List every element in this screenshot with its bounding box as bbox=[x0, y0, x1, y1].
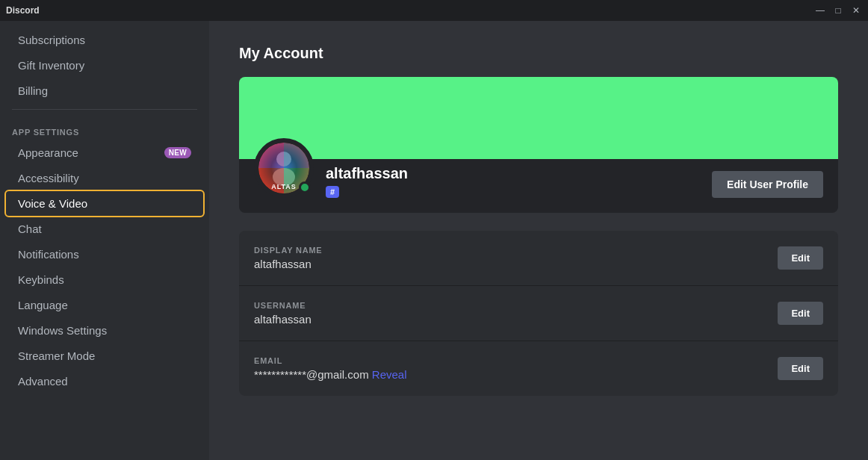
sidebar-item-label: Notifications bbox=[18, 248, 79, 261]
sidebar-item-label: Subscriptions bbox=[18, 34, 85, 46]
profile-details: altafhassan # bbox=[326, 165, 712, 198]
field-username-content: USERNAME altafhassan bbox=[254, 301, 311, 326]
sidebar-item-accessibility[interactable]: Accessibility bbox=[6, 166, 203, 190]
profile-card: ALTAS altafhassan # Edit User Profile bbox=[239, 77, 838, 213]
sidebar-item-label: Billing bbox=[18, 84, 48, 97]
sidebar-item-streamer-mode[interactable]: Streamer Mode bbox=[6, 344, 203, 368]
edit-profile-button[interactable]: Edit User Profile bbox=[712, 171, 823, 198]
field-label-username: USERNAME bbox=[254, 301, 311, 310]
minimize-button[interactable]: — bbox=[814, 4, 826, 16]
online-dot bbox=[299, 181, 311, 193]
sidebar-item-label: Chat bbox=[18, 223, 42, 235]
sidebar-item-label: Windows Settings bbox=[18, 324, 107, 337]
profile-banner bbox=[239, 77, 838, 159]
sidebar-item-label: Gift Inventory bbox=[18, 59, 84, 72]
field-row-username: USERNAME altafhassan Edit bbox=[239, 286, 838, 341]
window-controls: — □ ✕ bbox=[814, 4, 862, 16]
sidebar-item-label: Accessibility bbox=[18, 172, 79, 184]
app-layout: Subscriptions Gift Inventory Billing APP… bbox=[0, 21, 868, 460]
sidebar-item-language[interactable]: Language bbox=[6, 293, 203, 317]
app-title: Discord bbox=[6, 5, 40, 16]
sidebar-item-advanced[interactable]: Advanced bbox=[6, 369, 203, 394]
edit-display-name-button[interactable]: Edit bbox=[778, 246, 823, 270]
fields-section: DISPLAY NAME altafhassan Edit USERNAME a… bbox=[239, 231, 838, 396]
avatar-wrapper: ALTAS bbox=[254, 138, 314, 198]
edit-username-button[interactable]: Edit bbox=[778, 302, 823, 325]
sidebar-item-gift-inventory[interactable]: Gift Inventory bbox=[6, 53, 203, 78]
edit-email-button[interactable]: Edit bbox=[778, 357, 823, 380]
sidebar-item-label: Appearance bbox=[18, 146, 78, 159]
titlebar: Discord — □ ✕ bbox=[0, 0, 868, 21]
field-row-email: EMAIL ************@gmail.com Reveal Edit bbox=[239, 341, 838, 396]
field-value-username: altafhassan bbox=[254, 313, 311, 326]
sidebar-item-keybinds[interactable]: Keybinds bbox=[6, 267, 203, 292]
field-email-content: EMAIL ************@gmail.com Reveal bbox=[254, 356, 407, 381]
field-display-name-content: DISPLAY NAME altafhassan bbox=[254, 246, 323, 270]
page-title: My Account bbox=[239, 45, 838, 62]
sidebar-item-subscriptions[interactable]: Subscriptions bbox=[6, 28, 203, 52]
sidebar-divider bbox=[12, 109, 197, 110]
sidebar-item-billing[interactable]: Billing bbox=[6, 78, 203, 103]
field-row-display-name: DISPLAY NAME altafhassan Edit bbox=[239, 231, 838, 286]
sidebar-item-voice-video[interactable]: Voice & Video bbox=[6, 191, 203, 216]
sidebar-item-windows-settings[interactable]: Windows Settings bbox=[6, 318, 203, 343]
field-label-display-name: DISPLAY NAME bbox=[254, 246, 323, 255]
field-label-email: EMAIL bbox=[254, 356, 407, 365]
sidebar-item-chat[interactable]: Chat bbox=[6, 217, 203, 241]
sidebar-item-label: Streamer Mode bbox=[18, 349, 95, 362]
field-value-display-name: altafhassan bbox=[254, 258, 323, 270]
profile-tag-row: # bbox=[326, 185, 712, 198]
field-value-email: ************@gmail.com Reveal bbox=[254, 368, 407, 381]
sidebar-section-app-settings: APP SETTINGS bbox=[0, 116, 209, 140]
reveal-email-link[interactable]: Reveal bbox=[372, 368, 407, 381]
svg-text:ALTAS: ALTAS bbox=[271, 183, 297, 190]
sidebar-item-notifications[interactable]: Notifications bbox=[6, 242, 203, 267]
main-content: My Account bbox=[209, 21, 868, 460]
sidebar-item-label: Advanced bbox=[18, 375, 68, 388]
new-badge: NEW bbox=[164, 147, 191, 158]
sidebar-item-label: Language bbox=[18, 299, 68, 311]
email-masked: ************@gmail.com bbox=[254, 368, 372, 381]
profile-tag: # bbox=[326, 186, 339, 198]
profile-info: ALTAS altafhassan # Edit User Profile bbox=[239, 159, 838, 213]
maximize-button[interactable]: □ bbox=[832, 4, 844, 16]
sidebar-item-appearance[interactable]: Appearance NEW bbox=[6, 140, 203, 165]
close-button[interactable]: ✕ bbox=[850, 4, 862, 16]
profile-username: altafhassan bbox=[326, 165, 712, 182]
sidebar-item-label: Keybinds bbox=[18, 273, 64, 286]
sidebar-item-label: Voice & Video bbox=[18, 197, 87, 210]
sidebar: Subscriptions Gift Inventory Billing APP… bbox=[0, 21, 209, 460]
